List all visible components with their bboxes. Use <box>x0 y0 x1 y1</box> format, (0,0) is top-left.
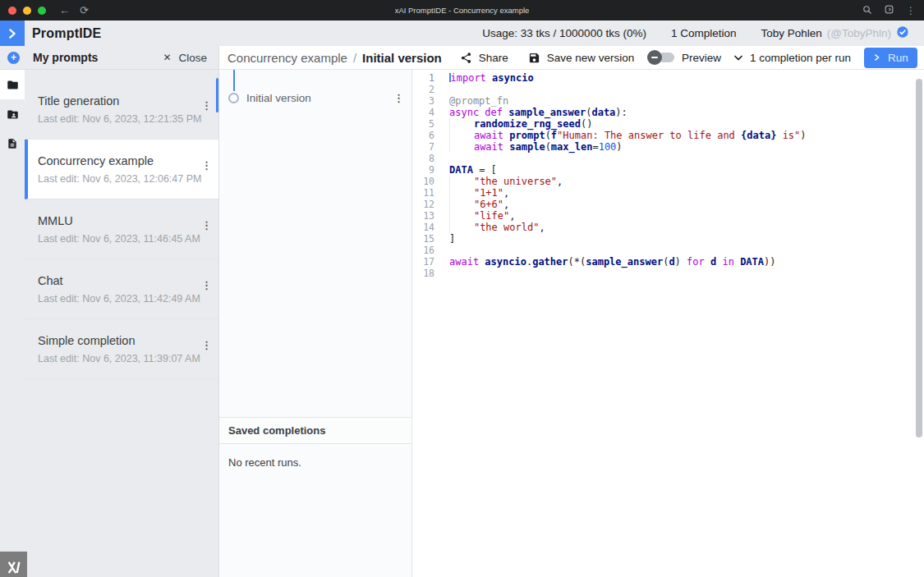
line-number: 17 <box>412 256 434 268</box>
line-number: 5 <box>412 118 434 130</box>
code-line[interactable]: 15] <box>412 233 924 245</box>
maximize-window-icon[interactable] <box>38 7 46 15</box>
editor-scrollbar[interactable] <box>916 79 922 437</box>
line-number: 4 <box>412 107 434 118</box>
line-number: 12 <box>412 199 434 210</box>
save-icon <box>528 52 540 64</box>
recent-runs-area: No recent runs. <box>219 444 411 577</box>
code-text: async def sample_answer(data): <box>449 107 627 118</box>
code-text: "6+6", <box>449 199 509 210</box>
version-tree: Initial version ⋮ <box>219 70 411 417</box>
usage-stat: Usage: 33 tks / 1000000 tks (0%) <box>482 27 646 39</box>
close-icon: ✕ <box>163 52 171 63</box>
prompt-list-item[interactable]: Title generation Last edit: Nov 6, 2023,… <box>25 80 218 140</box>
preview-label: Preview <box>682 52 721 64</box>
verified-badge-icon <box>896 25 909 41</box>
code-line[interactable]: 2 <box>412 84 924 95</box>
code-line[interactable]: 4async def sample_answer(data): <box>412 107 924 118</box>
code-line[interactable]: 11 "1+1", <box>412 187 924 199</box>
app-header: PromptIDE Usage: 33 tks / 1000000 tks (0… <box>0 21 924 46</box>
version-menu-icon[interactable]: ⋮ <box>393 92 404 104</box>
browser-titlebar: ← ⟳ xAI PromptIDE - Concurrency example … <box>0 0 924 21</box>
code-line[interactable]: 10 "the universe", <box>412 176 924 187</box>
sidebar-title: My prompts <box>33 51 98 64</box>
version-label: Initial version <box>246 92 311 104</box>
rail-tab-shared[interactable] <box>0 99 25 129</box>
code-text: import asyncio <box>449 72 534 84</box>
tab-switcher-icon[interactable] <box>884 3 894 18</box>
code-line[interactable]: 1import asyncio <box>412 72 924 84</box>
line-number: 6 <box>412 130 434 141</box>
run-button[interactable]: Run <box>864 48 917 68</box>
code-line[interactable]: 6 await prompt(f"Human: The answer to li… <box>412 130 924 141</box>
line-number: 13 <box>412 210 434 222</box>
breadcrumb-separator: / <box>353 51 356 65</box>
code-line[interactable]: 9DATA = [ <box>412 164 924 176</box>
code-line[interactable]: 5 randomize_rng_seed() <box>412 118 924 130</box>
prompt-last-edit: Last edit: Nov 6, 2023, 11:39:07 AM <box>38 353 207 364</box>
prompt-list-item[interactable]: Simple completion Last edit: Nov 6, 2023… <box>25 319 218 379</box>
completions-per-run-dropdown[interactable]: 1 completion per run <box>734 52 851 64</box>
code-line[interactable]: 7 await sample(max_len=100) <box>412 141 924 153</box>
share-icon <box>460 52 472 64</box>
line-number: 1 <box>412 72 434 84</box>
rail-tab-files[interactable] <box>0 129 25 158</box>
share-label: Share <box>479 52 508 64</box>
version-item[interactable]: Initial version ⋮ <box>219 87 411 108</box>
close-label: Close <box>178 52 207 64</box>
prompt-item-menu-icon[interactable]: ⋮ <box>201 159 212 172</box>
breadcrumb-parent[interactable]: Concurrency example <box>228 51 347 65</box>
save-version-button[interactable]: Save new version <box>528 52 635 64</box>
toggle-knob-icon <box>647 50 662 65</box>
code-line[interactable]: 14 "the world", <box>412 222 924 233</box>
prompt-item-menu-icon[interactable]: ⋮ <box>201 219 212 231</box>
saved-completions-header: Saved completions <box>219 417 411 444</box>
sidebar-header: + My prompts ✕ Close <box>0 46 218 70</box>
prompt-item-menu-icon[interactable]: ⋮ <box>201 99 212 112</box>
code-line[interactable]: 12 "6+6", <box>412 199 924 210</box>
preview-toggle[interactable]: Preview <box>647 50 721 65</box>
sidebar-scrollbar[interactable] <box>216 78 218 112</box>
search-icon[interactable] <box>862 3 872 18</box>
xai-logo <box>0 552 27 577</box>
reload-icon[interactable]: ⟳ <box>80 5 89 16</box>
rail-tab-prompts[interactable] <box>0 70 25 99</box>
browser-menu-icon[interactable]: ⋮ <box>906 5 916 16</box>
line-number: 7 <box>412 141 434 153</box>
shared-folder-icon <box>7 108 19 121</box>
prompt-list-item[interactable]: Concurrency example Last edit: Nov 6, 20… <box>25 140 218 199</box>
user-account[interactable]: Toby Pohlen (@TobyPhln) <box>761 25 909 41</box>
prompt-title: Title generation <box>38 94 207 108</box>
breadcrumb: Concurrency example / Initial version <box>228 51 442 65</box>
line-number: 16 <box>412 245 434 256</box>
code-line[interactable]: 16 <box>412 245 924 256</box>
back-icon[interactable]: ← <box>59 5 70 16</box>
app-name: PromptIDE <box>32 26 101 41</box>
close-sidebar-button[interactable]: ✕ Close <box>163 52 207 64</box>
new-prompt-icon[interactable]: + <box>7 52 20 64</box>
prompt-list-item[interactable]: MMLU Last edit: Nov 6, 2023, 11:46:45 AM… <box>25 199 218 259</box>
code-text: DATA = [ <box>449 164 497 176</box>
traffic-lights <box>8 7 46 15</box>
sidebar: + My prompts ✕ Close <box>0 46 219 577</box>
code-text: "life", <box>449 210 516 222</box>
prompt-item-menu-icon[interactable]: ⋮ <box>201 339 212 351</box>
breadcrumb-current: Initial version <box>362 51 442 65</box>
share-button[interactable]: Share <box>460 52 508 64</box>
line-number: 8 <box>412 153 434 164</box>
close-window-icon[interactable] <box>8 7 16 15</box>
minimize-window-icon[interactable] <box>23 7 31 15</box>
code-editor[interactable]: 1import asyncio23@prompt_fn4async def sa… <box>412 70 924 577</box>
prompt-last-edit: Last edit: Nov 6, 2023, 12:06:47 PM <box>38 173 207 185</box>
code-line[interactable]: 3@prompt_fn <box>412 95 924 107</box>
prompt-list: Title generation Last edit: Nov 6, 2023,… <box>25 70 218 577</box>
code-line[interactable]: 8 <box>412 153 924 164</box>
code-line[interactable]: 17await asyncio.gather(*(sample_answer(d… <box>412 256 924 268</box>
line-number: 10 <box>412 176 434 187</box>
code-line[interactable]: 18 <box>412 268 924 279</box>
prompt-list-item[interactable]: Chat Last edit: Nov 6, 2023, 11:42:49 AM… <box>25 259 218 319</box>
code-line[interactable]: 13 "life", <box>412 210 924 222</box>
folder-icon <box>7 79 19 91</box>
prompt-title: MMLU <box>38 214 207 227</box>
prompt-item-menu-icon[interactable]: ⋮ <box>201 279 212 291</box>
